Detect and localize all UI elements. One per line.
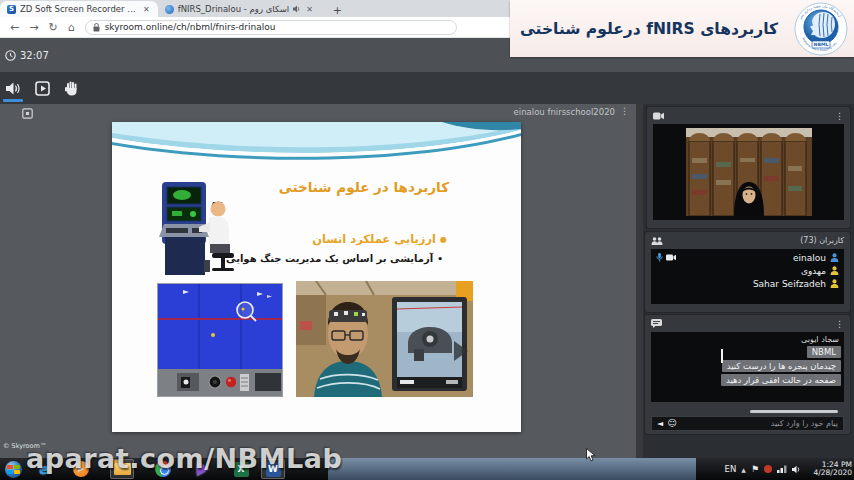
slide-wave-decoration <box>112 122 521 176</box>
mic-on-icon <box>656 253 663 262</box>
webinar-banner: کاربردهای fNIRS درعلوم شناختی آزمایشگاه … <box>510 0 854 57</box>
user-icon <box>830 253 839 262</box>
video-feed[interactable] <box>653 124 844 220</box>
windows-logo-icon <box>5 461 22 478</box>
tab-skyroom[interactable]: fNIRS_Drinalou - اسکای روم ✕ <box>158 1 321 17</box>
clock-icon <box>5 50 16 61</box>
list-item-user[interactable]: مهدوی <box>651 264 844 277</box>
sidebar-resizer[interactable] <box>636 104 643 458</box>
new-tab-button[interactable]: + <box>327 4 348 17</box>
taskbar-glass-region <box>328 458 696 480</box>
radar-task-photo <box>157 283 283 397</box>
tab-audio-icon <box>293 5 301 13</box>
taskbar-clock[interactable]: 1:24 PM 4/28/2020 <box>806 461 852 478</box>
send-icon[interactable]: ◄ <box>657 420 663 428</box>
chat-panel-header: ⋮ <box>645 315 850 332</box>
zdsoft-favicon: S <box>7 5 16 14</box>
timer-value: 32:07 <box>20 50 49 61</box>
recording-tray-icon[interactable] <box>764 465 772 473</box>
audio-button[interactable] <box>2 78 24 98</box>
reload-icon[interactable]: ↻ <box>48 22 57 33</box>
slide-title: کاربردها در علوم شناختی <box>279 179 449 195</box>
board-presenter-label: einalou fnirsschool2020 <box>514 107 615 117</box>
lock-icon <box>93 23 100 32</box>
chat-input[interactable] <box>681 419 838 428</box>
chat-icon <box>651 319 662 328</box>
nbml-logo: آزمایشگاه ملی نقشه برداری مغز National B… <box>794 2 848 56</box>
user-name: einalou <box>793 253 826 263</box>
whiteboard-area: einalou fnirsschool2020 ⋮ کاربردها در عل… <box>0 104 636 458</box>
active-tool-underline <box>3 99 23 102</box>
play-square-icon <box>35 81 50 96</box>
aparat-watermark: aparat.com/NBMLab <box>26 443 342 474</box>
user-icon <box>830 279 839 288</box>
bullet-icon: ● <box>440 235 447 244</box>
presentation-slide: کاربردها در علوم شناختی <box>112 122 521 432</box>
media-button[interactable] <box>31 78 53 98</box>
users-list: einalou مهدوی Sahar Seifzadeh <box>651 249 844 304</box>
volume-icon[interactable] <box>792 465 801 474</box>
webcam-on-icon <box>666 254 676 261</box>
room-toolbar <box>0 72 854 104</box>
tray-expand-icon[interactable]: ▲ <box>741 466 746 473</box>
close-icon[interactable]: ✕ <box>305 5 314 14</box>
chat-scrollbar-thumb[interactable] <box>721 349 723 363</box>
sidebar: ⋮ <box>636 104 854 458</box>
bullet-icon: • <box>437 254 443 264</box>
users-panel-header: کاربران (73) <box>645 232 850 249</box>
raise-hand-button[interactable] <box>61 78 83 98</box>
emoji-icon[interactable]: ☺ <box>667 419 676 428</box>
session-timer: 32:07 <box>5 50 49 61</box>
fnirs-participant-photo <box>296 281 473 397</box>
chat-input-bar: ◄ ☺ <box>651 416 844 431</box>
users-panel: کاربران (73) einalou مهدوی Sah <box>645 232 850 312</box>
tab-title: ZD Soft Screen Recorder 11.2.1 <box>20 4 138 14</box>
user-icon <box>830 266 839 275</box>
menu-icon[interactable]: ⋮ <box>835 319 844 329</box>
presenter-webcam-image <box>686 128 812 216</box>
video-panel-header: ⋮ <box>647 107 850 124</box>
skyroom-favicon <box>165 5 174 14</box>
slide-bullet-1: ● ارزیابی عملکرد انسان <box>312 232 447 246</box>
forward-icon[interactable]: → <box>29 22 38 33</box>
board-menu-icon[interactable]: ⋮ <box>620 106 629 116</box>
clock-date: 4/28/2020 <box>806 469 852 478</box>
chat-sender-name: سجاد ایوبی <box>801 335 839 344</box>
chat-horizontal-scrollbar[interactable] <box>750 410 838 413</box>
mouse-cursor <box>586 448 596 462</box>
action-center-flag-icon[interactable]: ⚑ <box>751 465 759 474</box>
chat-message: NBML <box>807 346 841 358</box>
language-indicator[interactable]: EN <box>725 464 737 474</box>
tab-title: fNIRS_Drinalou - اسکای روم <box>178 4 289 14</box>
camera-icon <box>653 112 664 120</box>
video-panel: ⋮ <box>647 107 850 228</box>
url-text: skyroom.online/ch/nbml/fnirs-drinalou <box>105 22 276 32</box>
slide-bullet-2: • آزمایشی بر اساس یک مدیریت جنگ هوایی <box>226 253 443 264</box>
user-name: Sahar Seifzadeh <box>753 279 826 289</box>
network-icon[interactable] <box>777 465 787 473</box>
start-button[interactable] <box>1 459 25 479</box>
chat-message: چیدمان پنجره ها را درست کنید <box>722 360 841 372</box>
chat-messages: سجاد ایوبی NBML چیدمان پنجره ها را درست … <box>651 332 844 402</box>
list-item-user[interactable]: Sahar Seifzadeh <box>651 277 844 290</box>
hand-icon <box>65 81 79 96</box>
back-icon[interactable]: ← <box>10 22 19 33</box>
close-icon[interactable]: ✕ <box>142 5 151 14</box>
system-tray: EN ▲ ⚑ 1:24 PM 4/28/2020 <box>725 458 852 480</box>
chat-message: صفحه در حالت افقی قرار دهید <box>721 374 841 386</box>
restore-panel-icon[interactable] <box>22 108 33 119</box>
list-item-user[interactable]: einalou <box>651 251 844 264</box>
chat-panel: ⋮ سجاد ایوبی NBML چیدمان پنجره ها را درس… <box>645 315 850 434</box>
screen: S ZD Soft Screen Recorder 11.2.1 ✕ fNIRS… <box>0 0 854 480</box>
bullet-text: ارزیابی عملکرد انسان <box>312 232 436 246</box>
menu-icon[interactable]: ⋮ <box>835 111 844 121</box>
user-name: مهدوی <box>801 266 826 276</box>
tab-screen-recorder[interactable]: S ZD Soft Screen Recorder 11.2.1 ✕ <box>0 1 158 17</box>
url-field[interactable]: skyroom.online/ch/nbml/fnirs-drinalou <box>85 20 457 35</box>
users-icon <box>651 237 663 245</box>
webinar-title: کاربردهای fNIRS درعلوم شناختی <box>510 20 792 38</box>
home-icon[interactable]: ⌂ <box>68 22 75 33</box>
users-count-label: کاربران (73) <box>800 236 844 245</box>
bullet-text: آزمایشی بر اساس یک مدیریت جنگ هوایی <box>226 253 433 264</box>
speaker-icon <box>6 82 21 95</box>
